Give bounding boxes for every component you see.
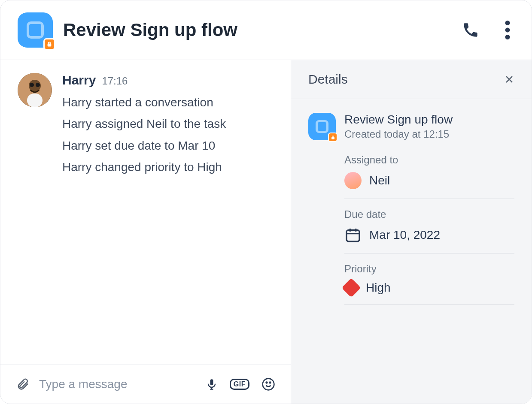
more-options-button[interactable] bbox=[505, 21, 510, 39]
field-label: Due date bbox=[344, 208, 514, 220]
svg-rect-13 bbox=[331, 137, 334, 139]
close-icon bbox=[504, 74, 514, 84]
body: Harry 17:16 Harry started a conversation… bbox=[0, 60, 532, 404]
activity-line: Harry changed priority to High bbox=[62, 157, 274, 178]
call-button[interactable] bbox=[462, 21, 479, 39]
task-summary: Review Sign up flow Created today at 12:… bbox=[308, 113, 514, 140]
attach-button[interactable] bbox=[16, 377, 30, 391]
field-label: Priority bbox=[344, 263, 514, 275]
message-author: Harry bbox=[62, 73, 96, 87]
header-actions bbox=[462, 21, 514, 39]
priority-value: High bbox=[366, 281, 391, 295]
field-label: Assigned to bbox=[344, 154, 514, 166]
conversation-panel: Harry 17:16 Harry started a conversation… bbox=[0, 60, 291, 404]
app-window: Review Sign up flow Harry bbox=[0, 0, 532, 404]
svg-point-11 bbox=[266, 382, 268, 383]
paperclip-icon bbox=[16, 377, 30, 391]
gif-icon: GIF bbox=[230, 379, 249, 390]
svg-point-7 bbox=[30, 83, 34, 87]
message-time: 17:16 bbox=[102, 75, 128, 87]
task-created: Created today at 12:15 bbox=[344, 128, 514, 140]
microphone-icon bbox=[206, 377, 218, 392]
details-header: Details bbox=[291, 60, 532, 99]
details-body: Review Sign up flow Created today at 12:… bbox=[291, 99, 532, 318]
message-input[interactable] bbox=[39, 377, 196, 391]
priority-field[interactable]: Priority High bbox=[344, 253, 514, 305]
message-content: Harry 17:16 Harry started a conversation… bbox=[62, 73, 274, 178]
phone-icon bbox=[462, 21, 479, 39]
svg-point-8 bbox=[36, 83, 40, 87]
emoji-button[interactable] bbox=[261, 377, 275, 391]
message-list: Harry 17:16 Harry started a conversation… bbox=[0, 60, 291, 365]
task-icon bbox=[308, 113, 336, 140]
message: Harry 17:16 Harry started a conversation… bbox=[18, 73, 274, 178]
avatar bbox=[18, 73, 52, 107]
svg-rect-14 bbox=[347, 230, 359, 241]
svg-rect-0 bbox=[48, 44, 51, 46]
smile-icon bbox=[261, 377, 275, 391]
svg-point-1 bbox=[505, 21, 510, 25]
activity-line: Harry started a conversation bbox=[62, 92, 274, 113]
svg-point-10 bbox=[263, 379, 274, 390]
assignee-name: Neil bbox=[369, 174, 390, 187]
header-bar: Review Sign up flow bbox=[0, 0, 532, 60]
activity-line: Harry set due date to Mar 10 bbox=[62, 135, 274, 157]
voice-button[interactable] bbox=[206, 377, 218, 392]
priority-icon bbox=[341, 278, 361, 297]
svg-point-3 bbox=[505, 35, 510, 39]
details-title: Details bbox=[308, 72, 348, 87]
close-details-button[interactable] bbox=[504, 74, 514, 84]
gif-button[interactable]: GIF bbox=[230, 379, 249, 390]
svg-point-2 bbox=[505, 28, 510, 33]
kebab-icon bbox=[505, 21, 510, 39]
calendar-icon bbox=[344, 226, 362, 244]
activity-line: Harry assigned Neil to the task bbox=[62, 113, 274, 135]
due-date-field[interactable]: Due date Mar 10, 2022 bbox=[344, 199, 514, 253]
lock-icon bbox=[328, 133, 337, 142]
assignee-avatar bbox=[344, 172, 362, 189]
svg-rect-6 bbox=[27, 93, 43, 107]
details-panel: Details Review Sign up flow Created bbox=[291, 60, 532, 404]
composer: GIF bbox=[0, 365, 291, 404]
lock-icon bbox=[43, 38, 55, 50]
svg-rect-9 bbox=[210, 379, 213, 385]
page-title: Review Sign up flow bbox=[63, 20, 452, 40]
due-date-value: Mar 10, 2022 bbox=[369, 228, 440, 242]
task-name: Review Sign up flow bbox=[344, 113, 514, 127]
assigned-field[interactable]: Assigned to Neil bbox=[344, 145, 514, 199]
svg-point-12 bbox=[270, 382, 271, 383]
task-icon bbox=[18, 12, 53, 48]
